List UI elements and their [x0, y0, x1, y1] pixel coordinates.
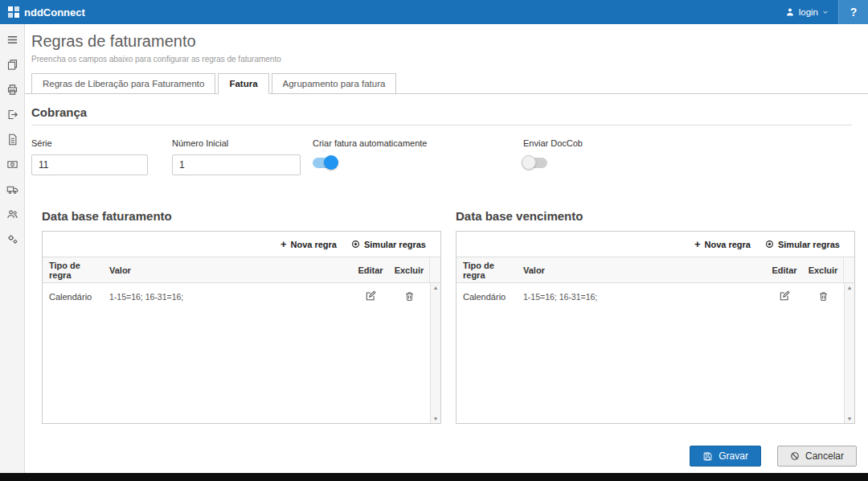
- simular-regras-button[interactable]: Simular regras: [765, 240, 840, 249]
- cell-valor: 1-15=16; 16-31=16;: [103, 292, 352, 302]
- simular-regras-button[interactable]: Simular regras: [351, 240, 426, 249]
- tab-fatura[interactable]: Fatura: [218, 73, 268, 94]
- rules-grid: + Nova regra Simular regras Tipo de regr…: [456, 231, 855, 424]
- panel-data-base-faturamento: Data base faturamento + Nova regra Simul…: [42, 209, 441, 424]
- column-header-tipo: Tipo de regra: [457, 261, 517, 280]
- gears-icon: [6, 233, 18, 245]
- scroll-down-icon[interactable]: ▼: [847, 416, 853, 421]
- panel-title: Data base faturamento: [42, 209, 441, 223]
- app-logo-icon: [8, 6, 19, 18]
- save-icon: [702, 451, 713, 462]
- edit-button[interactable]: [779, 290, 790, 302]
- chevron-down-icon: [822, 9, 829, 15]
- nova-regra-button[interactable]: + Nova regra: [280, 239, 337, 249]
- cell-tipo: Calendário: [43, 292, 103, 302]
- users-icon: [6, 208, 18, 220]
- plus-icon: +: [280, 239, 287, 249]
- brand-name: nddConnect: [24, 6, 85, 18]
- page-subtitle: Preencha os campos abaixo para configura…: [31, 55, 868, 64]
- target-icon: [351, 240, 360, 249]
- numero-inicial-label: Número Inicial: [172, 138, 313, 148]
- page-header: Regras de faturamento Preencha os campos…: [25, 24, 868, 64]
- rule-panels: Data base faturamento + Nova regra Simul…: [42, 209, 855, 424]
- toggle-knob: [522, 155, 536, 170]
- page-title: Regras de faturamento: [31, 32, 868, 51]
- billing-icon: [6, 158, 18, 171]
- serie-label: Série: [31, 138, 172, 148]
- column-header-excluir: Excluir: [803, 265, 843, 275]
- delete-button[interactable]: [404, 291, 415, 302]
- sidebar-logout-button[interactable]: [3, 107, 21, 121]
- scroll-up-icon[interactable]: ▲: [433, 285, 439, 290]
- menu-icon: [6, 34, 18, 46]
- tab-agrupamento[interactable]: Agrupamento para fatura: [272, 73, 397, 94]
- column-header-tipo: Tipo de regra: [43, 261, 103, 280]
- save-button[interactable]: Gravar: [690, 446, 761, 467]
- cancel-button[interactable]: Cancelar: [777, 446, 857, 467]
- cancel-icon: [790, 451, 800, 461]
- criar-fatura-label: Criar fatura automaticamente: [313, 138, 523, 148]
- vertical-scrollbar[interactable]: ▲ ▼: [844, 283, 854, 423]
- section-title-cobranca: Cobrança: [31, 105, 852, 125]
- sidebar-document-button[interactable]: [3, 132, 21, 146]
- cell-valor: 1-15=16; 16-31=16;: [517, 292, 766, 302]
- column-header-editar: Editar: [766, 265, 803, 275]
- scroll-up-icon[interactable]: ▲: [847, 285, 853, 290]
- plus-icon: +: [694, 239, 701, 249]
- sidebar-users-button[interactable]: [3, 207, 21, 221]
- column-header-valor: Valor: [103, 265, 352, 275]
- serie-field: Série: [31, 138, 172, 175]
- vertical-scrollbar[interactable]: ▲ ▼: [430, 283, 440, 423]
- column-header-excluir: Excluir: [389, 265, 429, 275]
- sidebar-copy-button[interactable]: [3, 57, 21, 72]
- enviar-doccob-label: Enviar DocCob: [523, 138, 583, 148]
- main-content: Regras de faturamento Preencha os campos…: [25, 24, 868, 473]
- tab-regras-liberacao[interactable]: Regras de Liberação para Faturamento: [31, 73, 215, 94]
- cobranca-section: Cobrança: [31, 105, 852, 125]
- document-icon: [6, 134, 18, 146]
- window-footer-bar: [0, 473, 868, 481]
- sidebar-shipping-button[interactable]: [3, 182, 21, 196]
- sidebar-settings-button[interactable]: [3, 232, 21, 246]
- login-label: login: [799, 7, 818, 17]
- sidebar: [0, 24, 25, 473]
- edit-button[interactable]: [365, 290, 376, 302]
- target-icon: [765, 240, 774, 249]
- truck-icon: [6, 183, 18, 195]
- grid-toolbar: + Nova regra Simular regras: [457, 232, 854, 257]
- grid-header: Tipo de regra Valor Editar Excluir: [457, 257, 854, 283]
- enviar-doccob-field: Enviar DocCob: [523, 138, 583, 175]
- delete-button[interactable]: [818, 291, 829, 302]
- grid-body: Calendário 1-15=16; 16-31=16;: [43, 283, 440, 423]
- edit-icon: [365, 292, 376, 304]
- column-header-editar: Editar: [352, 265, 389, 275]
- sidebar-billing-button[interactable]: [3, 157, 21, 171]
- form-actions: Gravar Cancelar: [690, 446, 857, 467]
- trash-icon: [818, 292, 829, 304]
- sidebar-print-button[interactable]: [3, 82, 21, 97]
- edit-icon: [779, 292, 790, 304]
- column-header-scroll-spacer: [429, 257, 440, 282]
- cell-tipo: Calendário: [457, 292, 517, 302]
- sidebar-menu-button[interactable]: [3, 32, 21, 47]
- brand: nddConnect: [0, 6, 85, 18]
- help-label: ?: [850, 6, 858, 18]
- cobranca-form: Série Número Inicial Criar fatura automa…: [31, 138, 868, 175]
- grid-body: Calendário 1-15=16; 16-31=16;: [457, 283, 854, 423]
- grid-header: Tipo de regra Valor Editar Excluir: [43, 257, 440, 283]
- logout-icon: [6, 109, 18, 121]
- numero-inicial-field: Número Inicial: [172, 138, 313, 175]
- criar-fatura-toggle[interactable]: [313, 158, 337, 168]
- serie-input[interactable]: [31, 154, 148, 175]
- nova-regra-button[interactable]: + Nova regra: [694, 239, 751, 249]
- tab-bar: Regras de Liberação para Faturamento Fat…: [25, 73, 868, 94]
- numero-inicial-input[interactable]: [172, 154, 301, 175]
- print-icon: [6, 84, 18, 96]
- enviar-doccob-toggle[interactable]: [523, 158, 547, 168]
- column-header-valor: Valor: [517, 265, 766, 275]
- scroll-down-icon[interactable]: ▼: [433, 416, 439, 421]
- help-button[interactable]: ?: [839, 0, 868, 24]
- rules-grid: + Nova regra Simular regras Tipo de regr…: [42, 231, 441, 424]
- topbar: nddConnect login ?: [0, 0, 868, 24]
- login-menu[interactable]: login: [776, 0, 838, 24]
